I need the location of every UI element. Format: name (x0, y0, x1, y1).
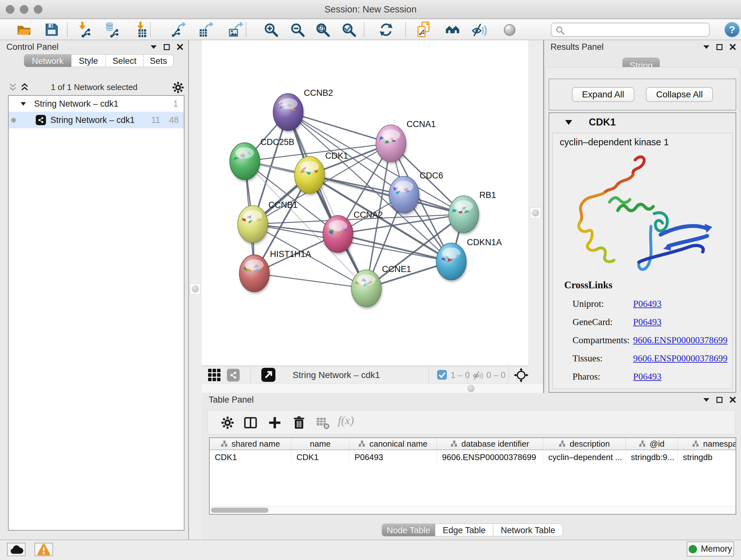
export-image-button[interactable] (228, 21, 245, 38)
column-header-description[interactable]: description (543, 438, 626, 449)
network-edge[interactable] (310, 175, 464, 214)
tab-sets[interactable]: Sets (143, 54, 174, 67)
network-edge[interactable] (254, 273, 366, 288)
zoom-selected-icon (340, 21, 357, 38)
open-view-icon[interactable] (261, 368, 275, 382)
section-collapse-icon[interactable] (565, 120, 572, 125)
panel-close-icon[interactable] (177, 44, 183, 50)
first-neighbors-button[interactable] (445, 21, 461, 38)
tab-select[interactable]: Select (105, 54, 144, 67)
left-splitter-handle[interactable] (190, 284, 201, 294)
network-row-selected[interactable]: String Network – cdk1 11 48 (9, 112, 184, 128)
horizontal-splitter-handle[interactable] (468, 385, 475, 392)
table-settings-gear-icon[interactable] (220, 416, 234, 430)
panel-float-icon[interactable] (164, 44, 170, 50)
panel-menu-icon[interactable] (151, 45, 157, 49)
panel-close-icon[interactable] (730, 396, 736, 403)
column-header-namespace[interactable]: namespace (678, 438, 736, 449)
column-header--id[interactable]: @id (626, 438, 678, 449)
refresh-button[interactable] (378, 21, 394, 38)
scrollbar-thumb[interactable] (211, 508, 268, 513)
memory-button[interactable]: Memory (687, 542, 734, 557)
column-header-shared-name[interactable]: shared name (210, 438, 291, 449)
hide-selected-button[interactable] (471, 21, 488, 38)
new-network-from-selection-button[interactable] (416, 21, 433, 38)
column-header-name[interactable]: name (291, 438, 349, 449)
import-network-database-button[interactable] (103, 21, 120, 38)
tab-network-table[interactable]: Network Table (493, 523, 563, 537)
cloud-button[interactable] (7, 543, 25, 556)
horizontal-splitter[interactable] (202, 383, 543, 393)
panel-float-icon[interactable] (717, 397, 723, 403)
panel-menu-icon[interactable] (703, 45, 710, 49)
gene-section: CDK1 cyclin–dependent kinase 1 (549, 112, 736, 393)
crosslink-link[interactable]: 9606.ENSP00000378699 (633, 335, 728, 346)
memory-status-indicator (689, 545, 697, 553)
save-session-button[interactable] (44, 21, 60, 38)
crosslink-link[interactable]: P06493 (633, 317, 662, 327)
table-row[interactable]: CDK1CDK1P064939606.ENSP00000378699cyclin… (210, 450, 736, 464)
zoom-fit-button[interactable] (314, 21, 331, 38)
import-table-file-button[interactable] (133, 21, 150, 38)
table-horizontal-scrollbar[interactable] (210, 506, 736, 514)
right-splitter-handle[interactable] (530, 207, 541, 219)
node-label: CCNB1 (268, 200, 298, 210)
network-node-CDKN1A[interactable]: CDKN1A (436, 238, 502, 280)
column-type-icon (221, 440, 228, 447)
tab-style[interactable]: Style (71, 54, 106, 67)
toolbar-divider (468, 366, 468, 383)
expand-all-button[interactable]: Expand All (572, 87, 634, 102)
right-splitter[interactable] (528, 40, 543, 393)
left-splitter[interactable] (190, 40, 201, 540)
tab-edge-table[interactable]: Edge Table (435, 523, 493, 537)
warnings-button[interactable] (35, 543, 53, 556)
crosslink-link[interactable]: 9606.ENSP00000378699 (633, 353, 728, 364)
add-column-icon[interactable] (268, 416, 282, 430)
open-session-button[interactable] (16, 21, 32, 38)
show-columns-icon[interactable] (244, 416, 258, 430)
network-node-CCNA1[interactable]: CCNA1 (376, 119, 436, 162)
table-panel: Table Panel (202, 393, 741, 540)
fit-selected-crosshair-icon[interactable] (514, 368, 529, 382)
import-network-file-button[interactable] (76, 21, 92, 38)
panel-close-icon[interactable] (730, 44, 736, 50)
search-input[interactable] (568, 24, 706, 36)
crosslink-link[interactable]: P06493 (633, 371, 662, 382)
panel-menu-icon[interactable] (703, 398, 710, 402)
panel-float-icon[interactable] (717, 44, 723, 50)
network-node-CDC25B[interactable]: CDC25B (230, 137, 294, 180)
column-header-database-identifier[interactable]: database identifier (437, 438, 543, 449)
column-header-canonical-name[interactable]: canonical name (349, 438, 437, 449)
export-table-button[interactable] (198, 21, 214, 38)
selected-checkbox-icon[interactable] (437, 370, 447, 380)
network-node-CCNB1[interactable]: CCNB1 (238, 200, 298, 243)
collection-count: 1 (173, 99, 184, 109)
collapse-all-button[interactable]: Collapse All (646, 87, 713, 102)
string-view-icon[interactable] (227, 369, 240, 381)
show-all-button[interactable] (501, 21, 518, 38)
zoom-out-button[interactable] (289, 21, 306, 38)
table-cell: stringdb:9... (626, 450, 678, 464)
network-node-HIST1H1A[interactable]: HIST1H1A (239, 249, 311, 292)
control-panel-tabs: NetworkStyleSelectSets (24, 54, 174, 67)
crosslink-link[interactable]: P06493 (633, 299, 662, 309)
export-network-button[interactable] (171, 21, 187, 38)
network-options-gear-icon[interactable] (172, 81, 185, 94)
network-collection-row[interactable]: String Network – cdk1 1 (9, 96, 184, 112)
network-node-CCNE1[interactable]: CCNE1 (351, 264, 411, 307)
network-node-CCNB2[interactable]: CCNB2 (273, 88, 333, 131)
network-node-RB1[interactable]: RB1 (449, 190, 496, 233)
help-button[interactable]: ? (724, 21, 740, 38)
collection-expand-icon[interactable] (21, 102, 26, 106)
tab-node-table[interactable]: Node Table (382, 523, 435, 537)
network-edge[interactable] (288, 112, 366, 288)
toolbar-separator (67, 22, 68, 37)
zoom-in-button[interactable] (263, 21, 279, 38)
zoom-selected-button[interactable] (340, 21, 357, 38)
tab-network[interactable]: Network (24, 54, 71, 67)
gene-section-header[interactable]: CDK1 (549, 113, 736, 132)
network-canvas[interactable]: CCNB2CCNA1CDC25BCDK1CDC6RB1CCNB1CCNA2HIS… (202, 40, 528, 366)
birds-eye-view-icon[interactable] (208, 369, 221, 381)
network-edge[interactable] (288, 112, 391, 143)
delete-column-icon[interactable] (292, 416, 306, 430)
